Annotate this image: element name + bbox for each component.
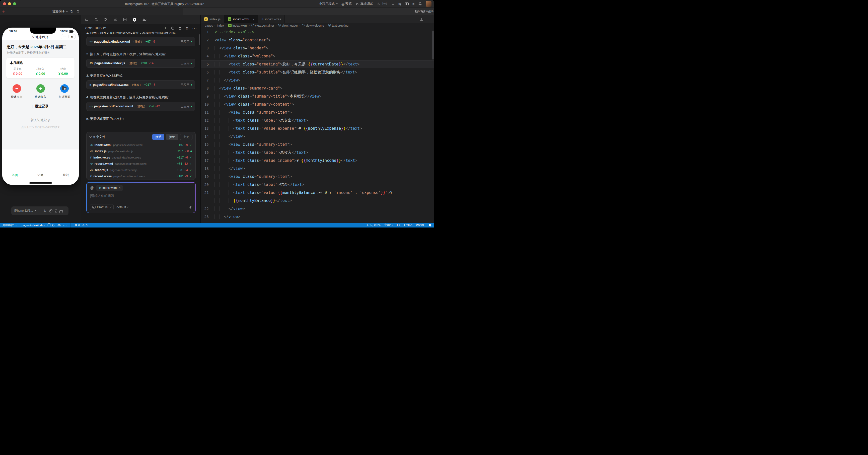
- code-line[interactable]: 22 </view>: [201, 205, 434, 213]
- user-avatar[interactable]: [426, 1, 432, 7]
- errors-indicator[interactable]: ⊗0: [74, 224, 80, 227]
- more-actions-icon[interactable]: ···: [192, 26, 197, 31]
- toggle-sidebar-icon[interactable]: [415, 10, 418, 12]
- changed-file-row[interactable]: #record.wxsspages/record/record.wxss+181…: [87, 173, 195, 180]
- layout-icon[interactable]: [405, 2, 409, 5]
- collapse-chevron-icon[interactable]: [89, 135, 92, 138]
- profile-selector[interactable]: default: [117, 205, 129, 209]
- chat-input[interactable]: 请输入你的问题: [91, 194, 114, 198]
- minimize-window-button[interactable]: [8, 2, 11, 5]
- editor-more-icon[interactable]: ···: [426, 17, 431, 21]
- quick-action-income[interactable]: +快速收入: [33, 84, 49, 99]
- code-line[interactable]: 17 <text class="value income">¥ {{monthl…: [201, 157, 434, 165]
- notifications-bell-icon[interactable]: [418, 2, 422, 6]
- change-button[interactable]: 变更: [180, 134, 192, 140]
- code-line[interactable]: 13 <text class="value expense">¥ {{month…: [201, 124, 434, 132]
- source-control-icon[interactable]: [104, 18, 108, 22]
- close-window-button[interactable]: [3, 2, 6, 5]
- warnings-indicator[interactable]: ⚠0: [82, 224, 87, 227]
- compile-mode-selector[interactable]: 普通编译: [52, 9, 68, 13]
- code-line[interactable]: 4 <view class="welcome">: [201, 52, 434, 60]
- file-change-card[interactable]: <>pages/index/index.wxml（修改）+67-9已应用: [86, 37, 195, 46]
- codebuddy-logo-icon[interactable]: [132, 18, 137, 22]
- miniprogram-capsule[interactable]: ••• ◉: [61, 34, 76, 39]
- code-line[interactable]: 7 </view>: [201, 76, 434, 84]
- encoding-setting[interactable]: UTF-8: [404, 224, 412, 227]
- changed-file-row[interactable]: #index.wxsspages/index/index.wxss+217-6✓: [87, 154, 195, 161]
- code-line[interactable]: {{monthlyBalance}}</text>: [201, 197, 434, 205]
- tab-index.wxml[interactable]: <>index.wxml×: [224, 15, 258, 23]
- split-editor-icon[interactable]: [420, 18, 423, 21]
- maximize-window-button[interactable]: [13, 2, 16, 5]
- phone-tab-统计[interactable]: 统计: [53, 173, 79, 177]
- tab-index.wxss[interactable]: 3index.wxss: [258, 15, 285, 23]
- code-line[interactable]: 5 <text class="greeting">您好，今天是 {{curren…: [201, 60, 434, 68]
- code-line[interactable]: 9 <view class="summary-title">本月概览</view…: [201, 92, 434, 100]
- code-line[interactable]: 14 </view>: [201, 132, 434, 140]
- breadcrumb-item[interactable]: pages: [205, 24, 213, 27]
- editor-scrollbar[interactable]: [432, 31, 434, 60]
- new-chat-icon[interactable]: ＋: [163, 26, 167, 31]
- code-line[interactable]: 18 </view>: [201, 165, 434, 172]
- code-line[interactable]: 16 <text class="label">总收入</text>: [201, 149, 434, 157]
- file-change-card[interactable]: <>pages/record/record.wxml（修改）+54-12已应用: [86, 102, 195, 111]
- upload-button[interactable]: 上传: [377, 2, 388, 6]
- code-area[interactable]: 1<!--index.wxml-->2<view class="containe…: [201, 28, 434, 223]
- changed-file-row[interactable]: JSrecord.jspages/record/record.js+193-24…: [87, 167, 195, 173]
- separate-window-icon[interactable]: [60, 210, 63, 212]
- file-change-card[interactable]: JSpages/index/index.js（修改）+201-14已应用: [86, 59, 195, 68]
- code-line[interactable]: 10 <view class="summary-content">: [201, 100, 434, 108]
- mode-selector[interactable]: 小程序模式: [319, 2, 338, 6]
- code-line[interactable]: 19 <view class="summary-item">: [201, 172, 434, 181]
- code-line[interactable]: 23 </view>: [201, 213, 434, 221]
- phone-tab-首页[interactable]: 首页: [2, 173, 28, 177]
- code-line[interactable]: 8 <view class="summary-card">: [201, 84, 434, 92]
- search-icon[interactable]: [94, 18, 98, 22]
- menu-icon[interactable]: ≡: [412, 2, 414, 6]
- changed-file-row[interactable]: <>record.wxmlpages/record/record.wxml+54…: [87, 161, 195, 167]
- cursor-position[interactable]: 行 5, 列 24: [367, 223, 380, 227]
- device-selector[interactable]: iPhone 12/1...: [14, 209, 36, 213]
- breadcrumb-item[interactable]: <>index.wxml: [228, 24, 247, 27]
- mcp-plugin-icon[interactable]: [178, 26, 182, 30]
- code-line[interactable]: 12 <text class="label">总支出</text>: [201, 117, 434, 124]
- accept-button[interactable]: 接受: [152, 134, 164, 140]
- code-line[interactable]: 11 <view class="summary-item">: [201, 108, 434, 117]
- debug-bug-icon[interactable]: [52, 224, 55, 227]
- swap-arrows-icon[interactable]: ⇆: [398, 2, 401, 6]
- page-path-selector[interactable]: 页面路径: [2, 223, 17, 227]
- simulator-close-button[interactable]: [2, 10, 4, 12]
- code-line[interactable]: 6 <text class="subtitle">智能记账助手，轻松管理您的财务…: [201, 68, 434, 76]
- reject-button[interactable]: 拒绝: [166, 134, 178, 140]
- mention-at-icon[interactable]: @: [90, 186, 94, 190]
- code-line[interactable]: 2<view class="container">: [201, 36, 434, 44]
- preview-button[interactable]: ◎预览: [341, 2, 352, 6]
- recompile-icon[interactable]: ↻: [70, 9, 73, 13]
- rotate-device-icon[interactable]: ↻: [43, 209, 46, 213]
- cloud-icon[interactable]: ☁: [391, 2, 395, 6]
- close-tab-icon[interactable]: ×: [252, 17, 254, 21]
- code-line[interactable]: 21 <text class="value {{monthlyBalance >…: [201, 189, 434, 197]
- home-indicator[interactable]: [29, 182, 52, 184]
- codebuddy-status-icon[interactable]: [429, 224, 432, 227]
- statusbar-more-icon[interactable]: ···: [63, 224, 67, 227]
- code-line[interactable]: 20 <text class="label">结余</text>: [201, 181, 434, 189]
- quick-action-scan[interactable]: 扫描票据: [57, 84, 72, 99]
- settings-gear-icon[interactable]: ⚙: [185, 26, 189, 30]
- outline-reader-icon[interactable]: [123, 18, 127, 22]
- clear-cache-icon[interactable]: [76, 9, 80, 13]
- indent-setting[interactable]: 空格: 2: [384, 223, 393, 227]
- copy-path-icon[interactable]: [47, 224, 49, 226]
- history-icon[interactable]: [171, 26, 175, 30]
- remove-mention-icon[interactable]: ×: [119, 186, 121, 190]
- watch-eye-icon[interactable]: [57, 224, 61, 227]
- changed-file-row[interactable]: JSindex.jspages/index/index.js+237-50: [87, 148, 195, 154]
- code-line[interactable]: 15 <view class="summary-item">: [201, 140, 434, 149]
- breadcrumb-item[interactable]: text.greeting: [328, 24, 348, 27]
- remote-debug-button[interactable]: 真机调试: [355, 2, 373, 6]
- tab-index.js[interactable]: JSindex.js: [201, 15, 224, 23]
- mention-chip[interactable]: <> index.wxml ×: [96, 185, 123, 191]
- breadcrumb-item[interactable]: index: [217, 24, 224, 27]
- quick-action-expense[interactable]: −快速支出: [9, 84, 25, 99]
- eol-setting[interactable]: LF: [397, 224, 400, 227]
